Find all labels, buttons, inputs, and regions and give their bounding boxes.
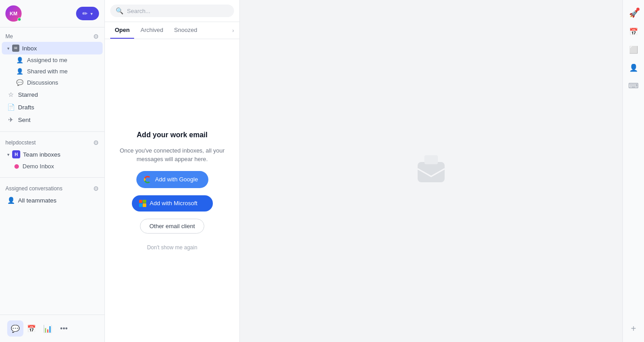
sent-icon: ✈ — [7, 116, 14, 123]
bottom-nav-chat-button[interactable]: 💬 — [7, 320, 23, 337]
bottom-nav-calendar-button[interactable]: 📅 — [23, 320, 40, 337]
search-icon: 🔍 — [116, 7, 123, 14]
tab-open[interactable]: Open — [110, 22, 134, 39]
bottom-nav-more-button[interactable]: ••• — [56, 320, 72, 337]
divider-2 — [0, 177, 104, 178]
notification-dot — [636, 8, 639, 11]
keyboard-button[interactable]: ⌨ — [626, 77, 642, 94]
team-section: helpdocstest ⚙ ▾ H Team inboxes Demo Inb… — [0, 134, 104, 176]
sidebar-item-discussions[interactable]: 💬 Discussions — [2, 77, 103, 88]
assigned-section-header: Assigned conversations ⚙ — [0, 183, 104, 194]
dont-show-link[interactable]: Don't show me again — [147, 244, 198, 251]
team-h-badge: H — [12, 150, 20, 158]
main-content — [240, 0, 622, 342]
plus-icon: + — [631, 324, 636, 334]
right-sidebar: 🚀 📅 ⬜ 👤 ⌨ + — [622, 0, 644, 342]
calendar-button[interactable]: 📅 — [626, 23, 642, 40]
inbox-icon: ✉ — [12, 45, 19, 52]
microsoft-icon — [139, 200, 146, 207]
more-dots-icon: ••• — [60, 324, 68, 333]
draft-icon: 📄 — [7, 104, 14, 111]
chat-bubble-icon: 💬 — [11, 324, 20, 333]
search-bar: 🔍 — [105, 0, 239, 22]
google-icon — [144, 176, 152, 184]
person-button[interactable]: 👤 — [626, 59, 642, 76]
search-wrapper: 🔍 — [110, 4, 234, 17]
rocket-button[interactable]: 🚀 — [626, 5, 642, 22]
teammates-icon: 👤 — [7, 197, 14, 204]
tab-archived[interactable]: Archived — [136, 22, 168, 39]
assigned-section: Assigned conversations ⚙ 👤 All teammates — [0, 180, 104, 210]
sidebar: KM ✏ ▾ Me ⚙ ▾ ✉ Inbox 👤 Assigned to me 👤… — [0, 0, 105, 342]
bottom-nav-chart-button[interactable]: 📊 — [40, 320, 56, 337]
search-input[interactable] — [127, 8, 229, 14]
shared-icon: 👤 — [16, 68, 23, 75]
sidebar-item-assigned-to-me[interactable]: 👤 Assigned to me — [2, 54, 103, 66]
add-email-subtitle: Once you've connected inboxes, all your … — [116, 146, 229, 164]
star-icon: ☆ — [7, 91, 14, 98]
divider — [0, 131, 104, 132]
layers-icon: ⬜ — [629, 45, 638, 54]
tabs-row: Open Archived Snoozed › — [105, 22, 239, 39]
chat-icon: 💬 — [16, 79, 23, 86]
chevron-down-icon: ▾ — [7, 152, 9, 157]
me-settings-icon[interactable]: ⚙ — [93, 33, 99, 40]
middle-content: Add your work email Once you've connecte… — [105, 39, 239, 342]
svg-rect-1 — [424, 155, 438, 164]
calendar-icon: 📅 — [629, 27, 638, 36]
me-section-header: Me ⚙ — [0, 31, 104, 42]
sidebar-item-shared-with-me[interactable]: 👤 Shared with me — [2, 66, 103, 77]
add-google-button[interactable]: Add with Google — [136, 171, 208, 188]
chart-icon: 📊 — [43, 324, 52, 333]
calendar-icon: 📅 — [27, 324, 36, 333]
add-email-title: Add your work email — [137, 131, 207, 139]
sidebar-item-sent[interactable]: ✈ Sent — [2, 113, 103, 126]
empty-inbox-icon — [413, 153, 449, 189]
middle-panel: 🔍 Open Archived Snoozed › Add your work … — [105, 0, 240, 342]
sidebar-item-all-teammates[interactable]: 👤 All teammates — [2, 194, 103, 207]
person-icon: 👤 — [16, 57, 23, 63]
compose-button[interactable]: ✏ ▾ — [76, 7, 99, 20]
add-button[interactable]: + — [626, 320, 642, 337]
team-section-header: helpdocstest ⚙ — [0, 137, 104, 148]
assigned-settings-icon[interactable]: ⚙ — [93, 185, 99, 192]
sidebar-item-demo-inbox[interactable]: Demo Inbox — [2, 161, 103, 172]
sidebar-header: KM ✏ ▾ — [0, 0, 104, 27]
me-section: Me ⚙ ▾ ✉ Inbox 👤 Assigned to me 👤 Shared… — [0, 27, 104, 130]
sidebar-item-starred[interactable]: ☆ Starred — [2, 88, 103, 101]
sidebar-item-team-inboxes[interactable]: ▾ H Team inboxes — [2, 148, 103, 161]
add-microsoft-button[interactable]: Add with Microsoft — [132, 195, 213, 212]
person-icon: 👤 — [629, 63, 638, 72]
chevron-down-icon: ▾ — [90, 11, 93, 16]
sidebar-item-inbox[interactable]: ▾ ✉ Inbox — [2, 42, 103, 54]
sidebar-item-drafts[interactable]: 📄 Drafts — [2, 101, 103, 113]
pencil-icon: ✏ — [82, 10, 88, 17]
other-email-client-button[interactable]: Other email client — [140, 219, 204, 234]
svg-rect-0 — [418, 162, 445, 182]
team-settings-icon[interactable]: ⚙ — [93, 139, 99, 146]
chevron-down-icon: ▾ — [7, 46, 9, 51]
keyboard-icon: ⌨ — [628, 81, 639, 90]
team-dot-icon — [14, 164, 19, 169]
layers-button[interactable]: ⬜ — [626, 41, 642, 58]
tab-snoozed[interactable]: Snoozed — [170, 22, 202, 39]
bottom-nav: 💬 📅 📊 ••• — [0, 315, 104, 342]
avatar[interactable]: KM — [5, 5, 22, 22]
online-indicator — [18, 18, 21, 21]
tabs-chevron-icon[interactable]: › — [232, 27, 234, 34]
